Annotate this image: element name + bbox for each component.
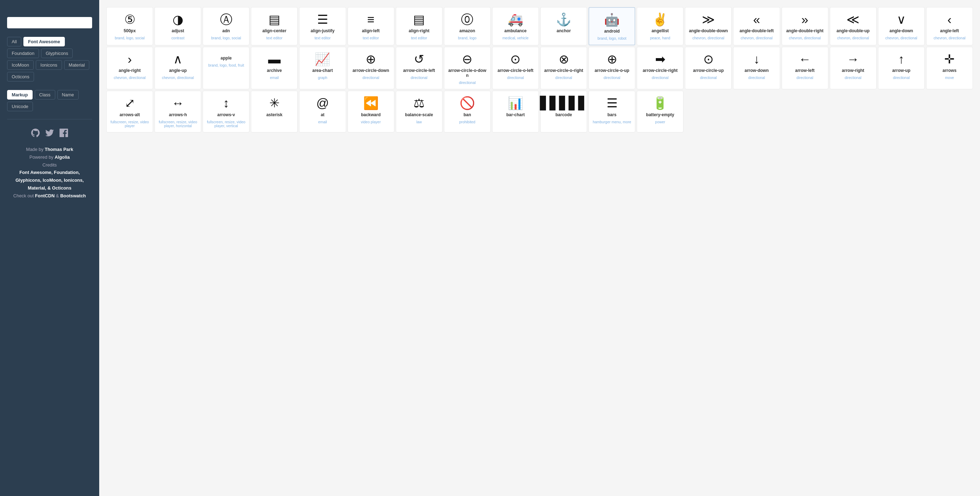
icon-card[interactable]: ➡arrow-circle-rightdirectional [637,47,683,89]
icon-card[interactable]: ✌angellistpeace, hand [637,7,683,45]
icon-card[interactable]: ↕arrows-vfullscreen, resize, video playe… [203,91,250,132]
icon-name: at [321,112,325,117]
icon-card[interactable]: 🤖androidbrand, logo, robot [589,7,635,45]
icon-name: arrow-circle-up [693,68,724,73]
icon-card[interactable]: Ⓐadnbrand, logo, social [203,7,250,45]
copy-unicode[interactable]: Unicode [7,102,33,111]
icon-card[interactable]: ≪angle-double-upchevron, directional [830,7,877,45]
sidebar: All Font Awesome Foundation Glyphicons I… [0,0,99,496]
icon-card[interactable]: ↑arrow-updirectional [878,47,925,89]
icon-card[interactable]: ⚓anchor [540,7,587,45]
icon-symbol: ▋▋▋▋▋ [540,97,588,109]
icon-name: balance-scale [405,112,433,117]
icon-tags: text editor [363,36,379,40]
icon-card[interactable]: ‹angle-leftchevron, directional [926,7,973,45]
social-links [7,129,92,139]
icon-card[interactable]: »angle-double-rightchevron, directional [781,7,828,45]
facebook-icon[interactable] [59,129,68,139]
icon-card[interactable]: 📈area-chartgraph [299,47,346,89]
icon-card[interactable]: ←arrow-leftdirectional [781,47,828,89]
icon-card[interactable]: ∨angle-downchevron, directional [878,7,925,45]
icon-tags: peace, hand [650,36,670,40]
icon-tags: brand, logo, robot [597,37,626,40]
icon-symbol: ↔ [172,97,184,109]
icon-card[interactable]: ◑adjustcontrast [154,7,201,45]
icon-symbol: 📊 [508,97,523,109]
icon-name: angellist [652,29,669,33]
copy-name[interactable]: Name [57,90,79,100]
icon-card[interactable]: ⊖arrow-circle-o-downdirectional [444,47,491,89]
icon-symbol: 🤖 [604,13,620,26]
filter-material[interactable]: Material [64,60,90,70]
icon-tags: directional [603,76,620,80]
search-input[interactable] [7,17,92,29]
icon-symbol: ⚓ [556,13,571,25]
icon-tags: fullscreen, resize, video player, vertic… [206,120,246,128]
icon-symbol: 🚑 [508,13,523,25]
icon-card[interactable]: 🔋battery-emptypower [637,91,683,132]
icon-card[interactable]: @atemail [299,91,346,132]
filter-octicons[interactable]: Octicons [7,72,34,81]
twitter-icon[interactable] [45,129,54,139]
icon-card[interactable]: ∧angle-upchevron, directional [154,47,201,89]
icon-name: backward [361,112,380,117]
icon-tags: brand, logo [458,36,477,40]
filter-font-awesome[interactable]: Font Awesome [23,37,64,46]
icon-card[interactable]: ☰barshamburger menu, more [589,91,635,132]
icon-card[interactable]: ✛arrowsmove [926,47,973,89]
icon-name: arrow-circle-right [643,68,678,73]
github-icon[interactable] [31,129,40,139]
icon-card[interactable]: ⚖balance-scalelaw [396,91,442,132]
icon-card[interactable]: ≫angle-double-downchevron, directional [685,7,732,45]
icon-card[interactable]: ⊙arrow-circle-updirectional [685,47,732,89]
copy-class[interactable]: Class [35,90,55,100]
icon-symbol: ◑ [173,13,183,25]
icon-name: arrow-circle-o-right [544,68,583,73]
filter-glyphicons[interactable]: Glyphicons [41,49,73,58]
icon-tags: directional [797,76,813,80]
icon-card[interactable]: applebrand, logo, food, fruit [203,47,250,89]
icon-tags: chevron, directional [837,36,869,40]
icon-card[interactable]: ▬archiveemail [251,47,298,89]
icon-card[interactable]: ⊕arrow-circle-o-updirectional [589,47,635,89]
icon-card[interactable]: ✳asterisk [251,91,298,132]
bootswatch-link[interactable]: Bootswatch [60,193,86,199]
icon-name: bars [607,112,616,117]
icon-card[interactable]: ⓪amazonbrand, logo [444,7,491,45]
filter-foundation[interactable]: Foundation [7,49,39,58]
filter-icomoon[interactable]: IcoMoon [7,60,33,70]
icon-card[interactable]: ▤align-righttext editor [396,7,442,45]
icon-card[interactable]: 🚑ambulancemedical, vehicle [492,7,539,45]
icon-name: arrow-up [892,68,910,73]
icon-symbol: ⊖ [462,53,472,65]
fontcdn-link[interactable]: FontCDN [35,193,54,199]
icon-name: align-left [362,29,380,33]
icon-card[interactable]: ⊗arrow-circle-o-rightdirectional [540,47,587,89]
copy-markup[interactable]: Markup [7,90,33,100]
icon-card[interactable]: ⏪backwardvideo player [348,91,395,132]
icon-card[interactable]: →arrow-rightdirectional [830,47,877,89]
icon-card[interactable]: ☰align-justifytext editor [299,7,346,45]
icon-card[interactable]: ▋▋▋▋▋barcode [540,91,587,132]
icon-card[interactable]: ⤢arrows-altfullscreen, resize, video pla… [106,91,153,132]
icon-card[interactable]: ›angle-rightchevron, directional [106,47,153,89]
icon-tags: directional [459,81,476,85]
icon-card[interactable]: ⊕arrow-circle-downdirectional [348,47,395,89]
icon-card[interactable]: «angle-double-leftchevron, directional [733,7,780,45]
icon-card[interactable]: ↔arrows-hfullscreen, resize, video playe… [154,91,201,132]
icon-card[interactable]: ⑤500pxbrand, logo, social [106,7,153,45]
icon-card[interactable]: ≡align-lefttext editor [348,7,395,45]
icon-symbol: ⊙ [510,53,520,65]
icon-card[interactable]: 📊bar-chart [492,91,539,132]
icon-card[interactable]: 🚫banprohibited [444,91,491,132]
icon-name: arrow-down [745,68,768,73]
icon-name: arrows [942,68,956,73]
icon-card[interactable]: ▤align-centertext editor [251,7,298,45]
icon-tags: hamburger menu, more [593,120,632,124]
filter-ionicons[interactable]: Ionicons [36,60,62,70]
icon-name: arrows-alt [119,112,140,117]
icon-card[interactable]: ⊙arrow-circle-o-leftdirectional [492,47,539,89]
filter-all[interactable]: All [7,37,21,46]
icon-card[interactable]: ↓arrow-downdirectional [733,47,780,89]
icon-card[interactable]: ↺arrow-circle-leftdirectional [396,47,442,89]
